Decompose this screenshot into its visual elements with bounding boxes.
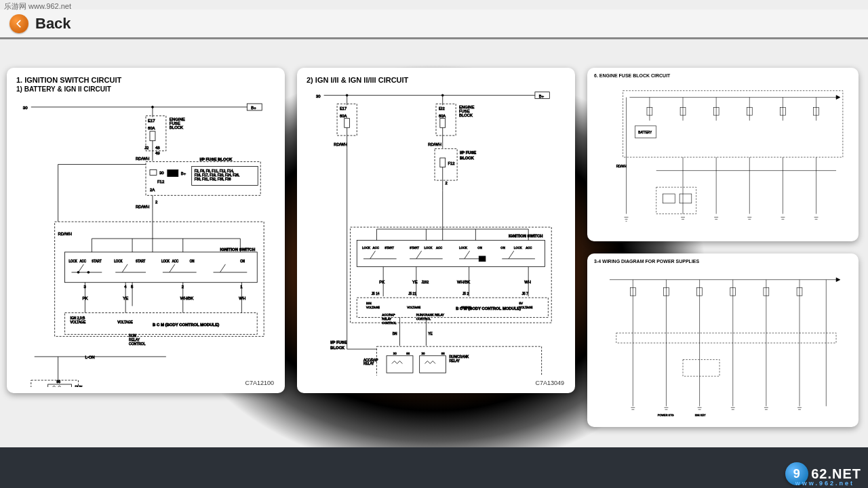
svg-text:RUN/CRANK: RUN/CRANK xyxy=(449,355,469,359)
svg-text:PK: PK xyxy=(82,296,87,300)
diagram-1: 30 B+ ENGINEFUSEBLOCK E17 60A J2 48 49 R… xyxy=(16,97,275,387)
svg-point-37 xyxy=(77,271,79,273)
svg-text:B+: B+ xyxy=(539,94,545,98)
svg-line-47 xyxy=(170,264,175,272)
svg-rect-255 xyxy=(656,187,696,214)
back-button[interactable]: Back xyxy=(35,15,71,33)
svg-text:J202: J202 xyxy=(422,281,429,284)
svg-text:2: 2 xyxy=(446,181,448,185)
svg-text:B+: B+ xyxy=(251,106,256,110)
svg-rect-131 xyxy=(440,158,446,167)
svg-text:LOCK: LOCK xyxy=(424,246,432,249)
site-logo: 9 62.NET www.962.net xyxy=(785,462,861,485)
svg-text:60A: 60A xyxy=(340,114,347,118)
diagram-card-1[interactable]: 1. IGNITION SWITCH CIRCUIT 1) BATTERY & … xyxy=(7,68,285,393)
svg-text:VOLTAGE: VOLTAGE xyxy=(117,321,133,324)
svg-line-154 xyxy=(509,251,514,259)
card1-title2: 1) BATTERY & IGN II CIRCUIT xyxy=(16,85,275,93)
svg-text:LOCK: LOCK xyxy=(459,246,467,249)
watermark-top: 乐游网 www.962.net xyxy=(4,1,71,12)
svg-line-139 xyxy=(370,251,376,259)
svg-rect-18 xyxy=(150,169,157,175)
svg-line-36 xyxy=(78,264,83,272)
svg-text:RUNRELAY: RUNRELAY xyxy=(75,386,86,387)
diagram-card-4[interactable]: 3-4 WIRING DIAGRAM FOR POWER SUPPLIES xyxy=(587,253,859,427)
svg-text:VOLTAGE: VOLTAGE xyxy=(407,306,420,309)
svg-text:I/P FUSE: I/P FUSE xyxy=(460,150,476,155)
svg-line-43 xyxy=(122,264,127,272)
svg-text:LOCK: LOCK xyxy=(161,260,170,263)
top-bar: Back xyxy=(0,9,868,39)
svg-rect-20 xyxy=(167,169,178,176)
svg-text:RUN/CRANK RELAY: RUN/CRANK RELAY xyxy=(416,313,444,317)
svg-text:I/P FUSE: I/P FUSE xyxy=(330,340,347,344)
bottom-bar xyxy=(0,447,868,488)
svg-text:30: 30 xyxy=(159,171,164,175)
svg-text:IGN KEY: IGN KEY xyxy=(695,413,706,417)
svg-rect-257 xyxy=(679,194,692,203)
logo-sub: www.962.net xyxy=(795,480,854,487)
svg-text:BATTERY: BATTERY xyxy=(638,131,652,134)
diagram-gallery: 1. IGNITION SWITCH CIRCUIT 1) BATTERY & … xyxy=(7,68,861,427)
svg-text:WH: WH xyxy=(239,296,245,300)
svg-text:J5 14: J5 14 xyxy=(372,292,380,296)
svg-text:30: 30 xyxy=(422,352,425,355)
svg-line-149 xyxy=(465,251,470,259)
svg-text:CONTROL: CONTROL xyxy=(382,321,397,325)
svg-text:J5 21: J5 21 xyxy=(408,292,416,296)
svg-text:RELAY: RELAY xyxy=(382,317,391,321)
svg-text:86: 86 xyxy=(57,380,61,384)
svg-rect-152 xyxy=(479,256,486,262)
svg-text:WH/BK: WH/BK xyxy=(180,296,194,300)
svg-point-38 xyxy=(87,271,90,273)
back-icon[interactable] xyxy=(9,14,28,33)
svg-text:START: START xyxy=(136,260,146,263)
svg-text:START: START xyxy=(410,246,419,249)
diagram-card-2[interactable]: 2) IGN I/II & IGN II/III CIRCUIT 30 B+ E… xyxy=(297,68,575,393)
svg-text:VOLTAGE: VOLTAGE xyxy=(366,306,380,309)
svg-text:POWER STG: POWER STG xyxy=(658,413,674,417)
svg-text:YE: YE xyxy=(123,296,128,300)
diagram-4: POWER STG IGN KEY xyxy=(594,266,852,420)
svg-text:F12: F12 xyxy=(448,161,455,165)
svg-text:B+: B+ xyxy=(181,171,186,176)
svg-text:30: 30 xyxy=(316,94,321,98)
svg-text:PK: PK xyxy=(379,280,384,284)
svg-text:ACC/RAP: ACC/RAP xyxy=(382,313,395,317)
svg-text:WH: WH xyxy=(524,280,531,284)
svg-text:IGNITION SWITCH: IGNITION SWITCH xyxy=(509,234,543,238)
svg-text:2: 2 xyxy=(155,200,158,204)
svg-text:5V: 5V xyxy=(519,302,523,305)
svg-line-144 xyxy=(416,251,422,259)
svg-text:ACC: ACC xyxy=(436,246,442,249)
svg-text:ON: ON xyxy=(477,246,482,249)
svg-text:F12: F12 xyxy=(157,180,165,184)
svg-text:SIGNAL: SIGNAL xyxy=(461,306,473,309)
svg-text:B C M (BODY CONTROL MODULE): B C M (BODY CONTROL MODULE) xyxy=(153,323,219,327)
svg-text:BLOCK: BLOCK xyxy=(330,346,345,350)
svg-rect-122 xyxy=(344,119,350,128)
diagram-card-3[interactable]: 6. ENGINE FUSE BLOCK CIRCUIT BATTERY xyxy=(587,68,859,241)
svg-rect-33 xyxy=(65,252,258,283)
svg-text:WH/BK: WH/BK xyxy=(457,280,470,284)
svg-text:F2, F6, F8, F11, F12, F14,F16,: F2, F6, F8, F11, F12, F14,F16, F17, F19,… xyxy=(195,169,240,181)
svg-text:IGN: IGN xyxy=(366,302,372,305)
svg-text:86: 86 xyxy=(441,352,445,355)
svg-text:YE: YE xyxy=(412,280,418,284)
svg-text:RD/WH: RD/WH xyxy=(428,142,441,146)
card4-title: 3-4 WIRING DIAGRAM FOR POWER SUPPLIES xyxy=(594,259,852,264)
svg-text:2A: 2A xyxy=(150,188,155,192)
svg-text:86: 86 xyxy=(406,352,410,355)
svg-rect-10 xyxy=(150,131,155,141)
svg-rect-285 xyxy=(616,333,836,343)
svg-text:E17: E17 xyxy=(340,106,347,110)
svg-text:BLOCK: BLOCK xyxy=(460,156,475,160)
svg-rect-230 xyxy=(623,91,843,157)
svg-line-52 xyxy=(220,264,225,272)
svg-text:ON: ON xyxy=(240,260,245,263)
svg-text:IGN 2,3:B: IGN 2,3:B xyxy=(71,317,86,320)
svg-text:IGNITION SWITCH: IGNITION SWITCH xyxy=(220,247,255,251)
svg-text:49: 49 xyxy=(155,151,160,155)
svg-rect-123 xyxy=(440,119,446,128)
svg-text:ON: ON xyxy=(190,260,195,263)
